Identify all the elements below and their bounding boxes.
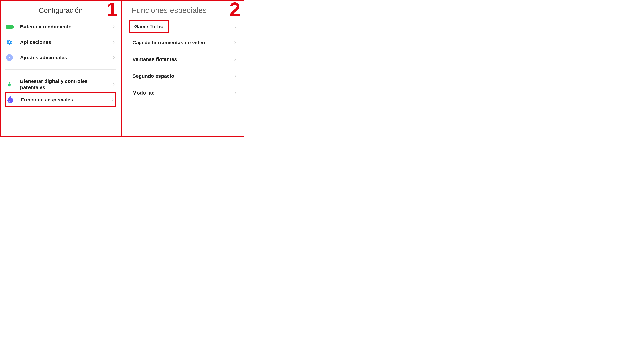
svg-point-0 <box>8 82 10 84</box>
special-item-game-turbo[interactable]: Game Turbo <box>127 20 239 34</box>
chevron-right-icon <box>112 56 116 60</box>
page-title: Funciones especiales <box>132 6 239 15</box>
settings-panel: 1 Configuración Bateria y rendimiento Ap… <box>1 1 122 136</box>
settings-item-battery[interactable]: Bateria y rendimiento <box>5 19 116 34</box>
gear-icon <box>6 38 13 46</box>
special-item-label: Game Turbo <box>134 24 163 29</box>
settings-item-additional[interactable]: Ajustes adicionales <box>5 50 116 65</box>
step-number-2: 2 <box>229 0 240 19</box>
special-item-second-space[interactable]: Segundo espacio <box>127 68 239 84</box>
chevron-right-icon <box>233 25 237 29</box>
special-item-floating-windows[interactable]: Ventanas flotantes <box>127 51 239 68</box>
chevron-right-icon <box>112 82 116 86</box>
wellbeing-icon <box>6 81 13 88</box>
special-item-video-toolbox[interactable]: Caja de herramientas de video <box>127 34 239 51</box>
chevron-right-icon <box>111 98 115 102</box>
page-title: Configuración <box>5 6 116 14</box>
settings-item-label: Bienestar digital y controles parentales <box>20 78 112 91</box>
special-features-panel: 2 Funciones especiales Game Turbo Caja d… <box>122 1 244 136</box>
chevron-right-icon <box>233 57 237 61</box>
chevron-right-icon <box>112 40 116 44</box>
special-item-label: Segundo espacio <box>132 73 233 79</box>
special-item-lite-mode[interactable]: Modo lite <box>127 84 239 101</box>
settings-item-wellbeing[interactable]: Bienestar digital y controles parentales <box>5 77 116 92</box>
dots-icon <box>6 54 13 61</box>
special-item-label: Modo lite <box>132 90 233 96</box>
special-item-label: Ventanas flotantes <box>132 56 233 62</box>
settings-item-label: Aplicaciones <box>20 39 112 45</box>
step-number-1: 1 <box>106 0 118 19</box>
chevron-right-icon <box>112 25 116 29</box>
special-features-list: Game Turbo Caja de herramientas de video… <box>127 20 239 101</box>
highlight-box: Game Turbo <box>129 20 170 33</box>
chevron-right-icon <box>233 91 237 95</box>
settings-item-apps[interactable]: Aplicaciones <box>5 34 116 50</box>
settings-list: Bateria y rendimiento Aplicaciones Ajust… <box>5 19 116 107</box>
special-features-icon <box>7 96 14 103</box>
chevron-right-icon <box>233 40 237 44</box>
settings-item-label: Ajustes adicionales <box>20 54 112 61</box>
special-item-label: Caja de herramientas de video <box>132 39 233 46</box>
battery-icon <box>6 23 13 30</box>
settings-item-special-features[interactable]: Funciones especiales <box>5 92 116 107</box>
settings-item-label: Bateria y rendimiento <box>20 24 112 30</box>
settings-item-label: Funciones especiales <box>21 96 111 103</box>
chevron-right-icon <box>233 74 237 78</box>
